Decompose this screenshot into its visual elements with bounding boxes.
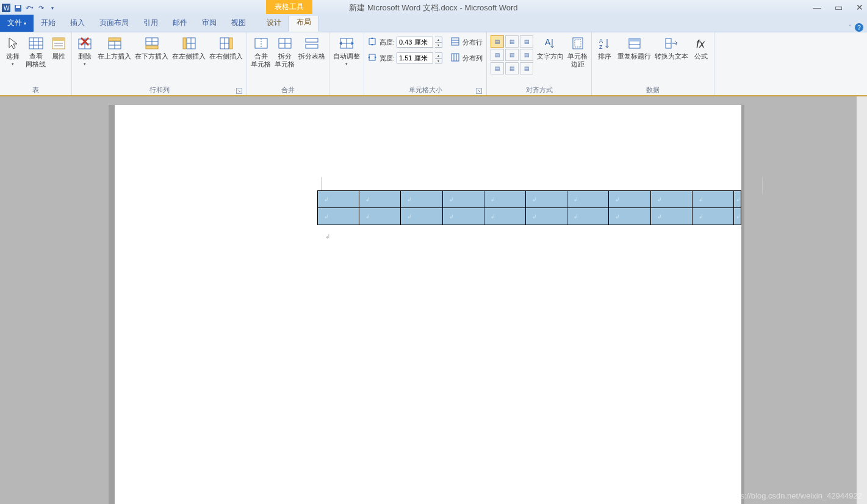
select-button[interactable]: 选择 ▾ xyxy=(4,35,22,67)
document-page[interactable]: ↲↲↲↲↲↲↲↲↲↲↲ ↲↲↲↲↲↲↲↲↲↲↲ ↲ xyxy=(115,105,741,504)
group-alignment: ▤ ▤ ▤ ▤ ▤ ▤ ▤ ▤ ▤ A 文字方向 单元格 边距 对齐方式 xyxy=(487,32,592,95)
svg-rect-4 xyxy=(29,38,43,49)
group-table: 选择 ▾ 查看 网格线 属性 表 xyxy=(0,32,72,95)
align-bottom-left[interactable]: ▤ xyxy=(491,62,504,74)
align-bottom-center[interactable]: ▤ xyxy=(505,62,519,74)
vertical-scrollbar[interactable] xyxy=(857,96,867,504)
document-workspace: ↲↲↲↲↲↲↲↲↲↲↲ ↲↲↲↲↲↲↲↲↲↲↲ ↲ xyxy=(0,96,867,504)
text-direction-icon: A xyxy=(542,35,559,51)
insert-above-icon xyxy=(106,35,123,51)
quick-access-toolbar: W ↶▾ ↷ ▾ xyxy=(1,3,57,13)
tab-home[interactable]: 开始 xyxy=(34,15,63,32)
cell-margins-icon xyxy=(569,35,586,51)
insert-above-button[interactable]: 在上方插入 xyxy=(98,35,131,60)
paragraph-mark: ↲ xyxy=(325,233,330,240)
distribute-cols-button[interactable]: 分布列 xyxy=(451,51,483,65)
title-bar: W ↶▾ ↷ ▾ 表格工具 新建 Microsoft Word 文档.docx … xyxy=(0,0,867,16)
align-middle-center[interactable]: ▤ xyxy=(505,49,519,61)
help-icon[interactable]: ? xyxy=(855,23,863,32)
svg-rect-10 xyxy=(52,38,65,41)
split-table-button[interactable]: 拆分表格 xyxy=(298,35,325,60)
align-middle-right[interactable]: ▤ xyxy=(520,49,533,61)
split-cells-icon xyxy=(276,35,293,51)
convert-to-text-button[interactable]: 转换为文本 xyxy=(655,35,688,60)
svg-rect-37 xyxy=(306,38,318,42)
selected-table[interactable]: ↲↲↲↲↲↲↲↲↲↲↲ ↲↲↲↲↲↲↲↲↲↲↲ xyxy=(317,190,741,225)
distribute-rows-icon xyxy=(451,37,461,47)
group-merge: 合并 单元格 拆分 单元格 拆分表格 合并 xyxy=(247,32,329,95)
undo-icon[interactable]: ↶▾ xyxy=(24,3,34,13)
delete-button[interactable]: 删除 ▾ xyxy=(76,35,94,67)
svg-rect-3 xyxy=(16,5,20,8)
col-width-icon xyxy=(368,53,378,63)
cellsize-launcher[interactable]: ↘ xyxy=(476,88,482,94)
close-button[interactable]: ✕ xyxy=(856,2,863,12)
col-width-input[interactable] xyxy=(397,52,433,63)
align-middle-left[interactable]: ▤ xyxy=(491,49,504,61)
insert-left-button[interactable]: 在左侧插入 xyxy=(172,35,206,60)
tab-layout[interactable]: 布局 xyxy=(289,13,319,32)
cell-margins-button[interactable]: 单元格 边距 xyxy=(567,35,588,68)
text-direction-button[interactable]: A 文字方向 xyxy=(537,35,564,60)
sort-icon: AZ xyxy=(596,35,613,51)
align-top-center[interactable]: ▤ xyxy=(505,35,519,48)
tab-view[interactable]: 视图 xyxy=(224,15,253,32)
svg-text:fx: fx xyxy=(696,38,705,50)
table-row[interactable]: ↲↲↲↲↲↲↲↲↲↲↲ xyxy=(318,191,741,208)
insert-below-icon xyxy=(143,35,160,51)
width-spinner[interactable]: ▴▾ xyxy=(435,52,442,63)
svg-rect-31 xyxy=(229,38,232,49)
svg-text:Z: Z xyxy=(599,44,603,50)
ribbon-tab-bar: 文件 开始 插入 页面布局 引用 邮件 审阅 视图 设计 布局 ˇ ? xyxy=(0,16,867,32)
split-cells-button[interactable]: 拆分 单元格 xyxy=(275,35,295,68)
merge-cells-button[interactable]: 合并 单元格 xyxy=(251,35,271,68)
group-cell-size: 高度: ▴▾ 宽度: ▴▾ 分布行 分布列 xyxy=(364,32,487,95)
distribute-cols-icon xyxy=(451,53,461,63)
align-top-right[interactable]: ▤ xyxy=(520,35,533,48)
tab-review[interactable]: 审阅 xyxy=(195,15,224,32)
ribbon-minimize-icon[interactable]: ˇ xyxy=(849,24,851,31)
group-rows-columns: 删除 ▾ 在上方插入 在下方插入 在左侧插入 在右侧插入 行和列↘ xyxy=(72,32,247,95)
group-data: AZ 排序 重复标题行 转换为文本 fx 公式 数据 xyxy=(592,32,714,95)
tab-references[interactable]: 引用 xyxy=(136,15,165,32)
save-icon[interactable] xyxy=(13,3,23,13)
delete-icon xyxy=(76,35,93,51)
window-title: 新建 Microsoft Word 文档.docx - Microsoft Wo… xyxy=(349,2,517,13)
svg-text:W: W xyxy=(4,5,10,12)
tab-insert[interactable]: 插入 xyxy=(63,15,92,32)
sort-button[interactable]: AZ 排序 xyxy=(595,35,614,60)
convert-to-text-icon xyxy=(663,35,680,51)
align-top-left[interactable]: ▤ xyxy=(491,35,504,48)
autofit-button[interactable]: 自动调整 ▾ xyxy=(333,35,360,67)
formula-button[interactable]: fx 公式 xyxy=(692,35,710,60)
properties-button[interactable]: 属性 xyxy=(49,35,68,60)
tab-file[interactable]: 文件 xyxy=(0,15,34,32)
insert-right-button[interactable]: 在右侧插入 xyxy=(209,35,243,60)
tab-design[interactable]: 设计 xyxy=(259,15,289,32)
width-label: 宽度: xyxy=(380,54,395,63)
tab-mailings[interactable]: 邮件 xyxy=(165,15,195,32)
tab-pagelayout[interactable]: 页面布局 xyxy=(92,15,136,32)
ribbon: 选择 ▾ 查看 网格线 属性 表 删除 ▾ 在上方插入 xyxy=(0,32,867,96)
align-bottom-right[interactable]: ▤ xyxy=(520,62,533,74)
view-gridlines-button[interactable]: 查看 网格线 xyxy=(26,35,46,68)
distribute-rows-button[interactable]: 分布行 xyxy=(451,35,483,49)
redo-icon[interactable]: ↷ xyxy=(36,3,46,13)
svg-rect-56 xyxy=(629,38,640,41)
svg-rect-43 xyxy=(369,54,375,60)
row-height-input[interactable] xyxy=(397,37,433,48)
table-row[interactable]: ↲↲↲↲↲↲↲↲↲↲↲ xyxy=(318,208,741,225)
rowscols-launcher[interactable]: ↘ xyxy=(236,88,242,94)
height-spinner[interactable]: ▴▾ xyxy=(435,37,442,48)
repeat-header-button[interactable]: 重复标题行 xyxy=(617,35,651,60)
properties-icon xyxy=(50,35,67,51)
maximize-button[interactable]: ▭ xyxy=(835,2,843,12)
autofit-icon xyxy=(338,35,355,51)
insert-right-icon xyxy=(218,35,235,51)
minimize-button[interactable]: — xyxy=(813,2,821,12)
gridlines-icon xyxy=(27,35,45,51)
insert-below-button[interactable]: 在下方插入 xyxy=(135,35,168,60)
qat-customize-icon[interactable]: ▾ xyxy=(48,3,57,13)
context-tab-table-tools: 表格工具 xyxy=(266,0,312,14)
repeat-header-icon xyxy=(626,35,643,51)
